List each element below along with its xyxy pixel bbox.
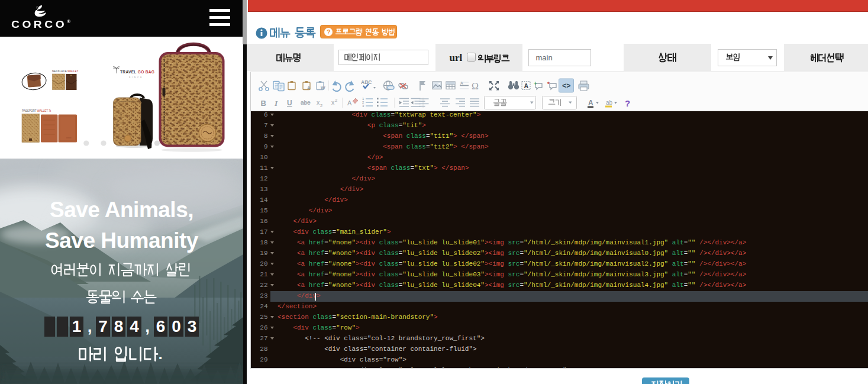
svg-text:abe: abe	[301, 99, 311, 106]
svg-text:S I N C E: S I N C E	[129, 76, 142, 79]
svg-text:3: 3	[362, 104, 364, 108]
svg-text:?: ?	[327, 28, 330, 35]
svg-text:Ω: Ω	[472, 81, 479, 91]
svg-text:B: B	[260, 99, 266, 108]
svg-text:A: A	[588, 99, 593, 107]
svg-text:W: W	[321, 85, 325, 91]
svg-text:A: A	[524, 82, 528, 89]
svg-text:<>: <>	[562, 82, 570, 91]
svg-text:?: ?	[625, 98, 630, 108]
svg-text:NECKLACE WALLET: NECKLACE WALLET	[52, 70, 78, 73]
svg-text:A: A	[347, 99, 352, 107]
svg-text:2: 2	[335, 98, 337, 103]
svg-text:TRAVEL GO BAG: TRAVEL GO BAG	[120, 70, 154, 74]
svg-text:2: 2	[320, 103, 322, 108]
svg-text:+: +	[534, 80, 537, 86]
svg-text:.: .	[158, 346, 162, 363]
svg-text:A: A	[460, 81, 463, 85]
svg-text:A: A	[307, 85, 311, 91]
svg-text:corco: corco	[66, 137, 72, 139]
svg-text:U: U	[287, 99, 292, 107]
svg-text:*: *	[547, 81, 550, 88]
svg-text:ABC: ABC	[361, 79, 372, 85]
svg-text:ab: ab	[606, 99, 613, 106]
svg-text:PASSPORT WALLET 7t: PASSPORT WALLET 7t	[22, 109, 51, 112]
svg-text:I: I	[274, 99, 278, 108]
